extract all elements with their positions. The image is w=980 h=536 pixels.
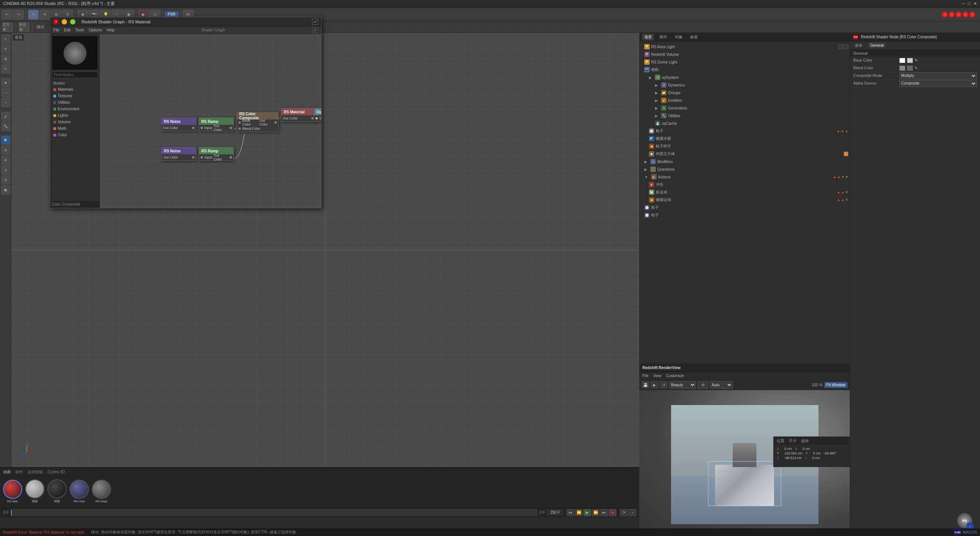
maximize-btn[interactable]: □ [968,1,970,6]
poly-tool[interactable]: ■ [1,78,10,87]
render-settings-btn[interactable]: ⚙ [697,381,708,389]
loop-btn[interactable]: ⟳ [620,509,628,516]
category-environment[interactable]: Environment [52,106,98,112]
minimize-btn[interactable]: ─ [962,1,965,6]
psr-display[interactable]: PSR [165,11,179,17]
menu-options[interactable]: Options [89,28,102,32]
scene-item-motion[interactable]: 🔄 多运动 ▲ ▲ ✕ [641,188,848,196]
rs-ramp-node-2[interactable]: RS Ramp Input Out Color [199,147,234,161]
viewport-btn[interactable]: 立方体 [2,22,13,32]
blend-color-swatch2[interactable] [907,65,913,71]
shader-expand-btn[interactable]: ⤢ [312,27,318,33]
category-lights[interactable]: Lights [52,112,98,119]
category-textures[interactable]: Textures [52,93,98,99]
mat-swatch-sphere[interactable] [25,479,44,498]
category-utilities[interactable]: Utilities [52,99,98,106]
select-btn[interactable]: ↖ [28,10,39,20]
rotate-tool[interactable]: ↻ [1,64,10,74]
mat-swatch-rs-mat[interactable] [3,480,22,499]
poly-btn[interactable]: 多边形 [19,22,29,32]
scene-item-impact[interactable]: ⚡ 冲击 [641,181,848,188]
attr-tab-general[interactable]: General [868,42,886,48]
magnet-tool[interactable]: 🔧 [1,122,10,131]
blend-color-eyedropper[interactable]: ✎ [915,66,918,70]
scene-item-xpsystem[interactable]: ▶ ⚙ xpSystem [641,74,848,81]
tl-tab-2[interactable]: 运动剪辑 [28,469,43,475]
scene-item-emitters[interactable]: ▶ ⚡ Emitters [641,96,848,104]
scene-item-fragments[interactable]: 💥 粒子碎片 [641,142,848,150]
scene-item-particles-2[interactable]: ⚪ 粒子 [641,204,848,211]
scene-item-particles-3[interactable]: ⚪ 粒子 [641,211,848,219]
tl-tab-3[interactable]: Cycles 4D [47,470,65,474]
scene-item-cube[interactable]: 🔲 内部立方体 [641,150,848,158]
rs-noise-node-1[interactable]: RS Noise Out Color [161,118,196,131]
select-tool[interactable]: ↖ [1,34,10,44]
scene-item-utilities[interactable]: ▶ 🔧 Utilities [641,112,848,119]
scene-item-dynamics[interactable]: ▶ ⚙ Dynamics [641,81,848,89]
render-menu-customize[interactable]: Customize [666,374,684,378]
sculpt-tool[interactable]: ⊙ [1,165,10,175]
tl-tab-1[interactable]: 动作 [15,469,23,475]
menu-file[interactable]: File [53,28,59,32]
mat-swatch-area-2[interactable]: 球形 [25,479,44,503]
brush-tool[interactable]: 🖌 [1,112,10,121]
render-menu-view[interactable]: View [653,374,662,378]
mat-swatch-area-5[interactable]: RS Mate [92,480,111,503]
mat-swatch-volu[interactable] [70,480,89,499]
goto-start-btn[interactable]: ⏮ [567,509,574,516]
scene-item-actions[interactable]: ▼ ▶ Actions ▲ ▲ ✕ ✕ [641,173,848,181]
fill-tool[interactable]: ▣ [1,185,10,194]
tl-tab-0[interactable]: 动画 [3,469,11,475]
category-materials[interactable]: Materials [52,86,98,93]
mat-swatch-dark[interactable] [47,479,67,498]
scene-item-collision[interactable]: 💥 碰撞运动 ▲ ▲ ✕ [641,196,848,204]
redo-btn[interactable]: ↪ [13,10,24,20]
scene-item-modifiers[interactable]: ▶ ⚙ Modifiers [641,158,848,165]
shader-canvas[interactable]: RS Noise Out Color RS Ramp Input Out Col… [100,34,321,208]
render-quality-select[interactable]: Auto [710,381,733,389]
mirror-tool[interactable]: ⊗ [1,155,10,165]
move-tool[interactable]: ✛ [1,44,10,54]
rs-color-composite-node[interactable]: RS Color Composite Base Color Out Color … [237,112,279,132]
category-math[interactable]: Math [52,125,98,132]
blend-color-swatch[interactable] [899,65,905,71]
menu-tools[interactable]: Tools [75,28,84,32]
render-refresh-btn[interactable]: ↺ [660,381,668,388]
dialog-minimize-btn[interactable]: ─ [62,19,67,25]
rs-noise-node-2[interactable]: RS Noise Out Color [161,147,196,161]
scale-tool[interactable]: ⊞ [1,54,10,64]
scene-item-camera[interactable]: 📷 相机 [641,66,848,74]
attr-tab-basic[interactable]: 基本 [853,42,865,49]
base-color-swatch[interactable] [899,58,905,63]
frame-end-input[interactable] [547,510,563,515]
r-icon[interactable]: R [1,136,10,145]
scene-item-rs-dome[interactable]: 💡 RS Dome Light [641,58,848,66]
category-color[interactable]: Color [52,132,98,138]
rs-material-node[interactable]: RS Material Out Color [281,108,315,122]
mat-swatch-area-3[interactable]: 球形 [47,479,67,503]
composite-mode-select[interactable]: Multiply [899,72,977,79]
scene-item-xpcache[interactable]: 💾 xpCache [641,119,848,127]
edge-tool[interactable]: — [1,88,10,97]
snap-tool[interactable]: ⊕ [1,145,10,155]
scene-item-water[interactable]: 🌊 碰撞水面 [641,135,848,142]
mat-swatch-area-1[interactable]: RS Mat. [3,480,22,503]
render-save-btn[interactable]: 💾 [642,381,649,388]
scene-tab-scene[interactable]: 场景 [642,34,654,41]
scene-item-particles[interactable]: ⚪ 粒子 ▲ ▲ ▲ [641,127,848,135]
item-lock[interactable] [844,44,848,49]
dialog-expand-btn[interactable]: ⤢ [312,19,318,25]
audio-btn[interactable]: ♪ [629,509,636,516]
prev-frame-btn[interactable]: ⏪ [575,509,583,516]
move-btn[interactable]: ✛ [39,10,50,20]
scene-tab-objects[interactable]: 对象 [673,34,685,41]
point-tool[interactable]: • [1,98,10,107]
scene-item-questions[interactable]: ▶ ❓ Questions [641,165,848,173]
mat-swatch-rs-mate[interactable] [92,480,111,499]
base-color-swatch2[interactable] [907,58,913,63]
render-fit-btn[interactable]: Fit Window [824,382,848,388]
menu-edit[interactable]: Edit [64,28,70,32]
scene-item-rs-volume[interactable]: 📦 Redshift Volume [641,51,848,58]
scene-item-generators[interactable]: ▶ ⚙ Generators [641,104,848,112]
item-vis[interactable] [838,44,843,49]
